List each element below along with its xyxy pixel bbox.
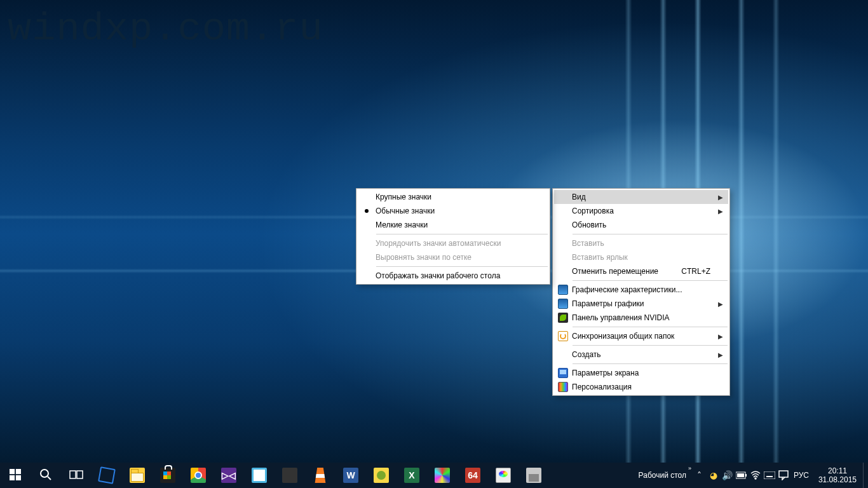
search-button[interactable] bbox=[31, 463, 61, 488]
system-tray: ˄ ◕ 🔊 РУС 20:11 31.08.2015 bbox=[693, 463, 868, 488]
submenu-medium-icons[interactable]: Обычные значки bbox=[358, 204, 548, 218]
menu-nvidia-panel[interactable]: Панель управления NVIDIA bbox=[554, 311, 728, 325]
menu-new[interactable]: Создать ▶ bbox=[554, 348, 728, 362]
separator bbox=[376, 266, 548, 267]
language-label: РУС bbox=[794, 471, 809, 480]
svg-rect-1 bbox=[16, 469, 21, 474]
tray-battery[interactable] bbox=[735, 463, 749, 488]
device-icon bbox=[526, 468, 541, 483]
menu-display-settings-label: Параметры экрана bbox=[572, 369, 714, 377]
menu-undo-move-label: Отменить перемещение bbox=[572, 267, 681, 276]
keyboard-icon bbox=[764, 471, 775, 479]
menu-paste-shortcut: Вставить ярлык bbox=[554, 250, 728, 264]
svg-rect-9 bbox=[745, 474, 747, 477]
submenu-auto-arrange[interactable]: Упорядочить значки автоматически bbox=[358, 236, 548, 250]
tray-volume[interactable]: 🔊 bbox=[721, 463, 735, 488]
menu-sync-shared[interactable]: Синхронизация общих папок ▶ bbox=[554, 329, 728, 343]
taskbar-app-explorer[interactable] bbox=[122, 463, 153, 488]
svg-rect-7 bbox=[77, 471, 83, 478]
separator bbox=[573, 234, 728, 234]
desktop-toolbar-label: Рабочий стол bbox=[639, 471, 686, 480]
taskbar-app-visual-studio[interactable]: ▷◁ bbox=[214, 463, 244, 488]
tray-language[interactable]: РУС bbox=[790, 463, 812, 488]
watermark-text: windxp.com.ru bbox=[8, 6, 323, 51]
qip-icon bbox=[374, 468, 389, 483]
view-submenu: Крупные значки Обычные значки Мелкие зна… bbox=[356, 188, 550, 285]
svg-point-11 bbox=[755, 478, 756, 479]
menu-gfx-params[interactable]: Параметры графики ▶ bbox=[554, 297, 728, 311]
task-view-button[interactable] bbox=[61, 463, 92, 488]
word-icon: W bbox=[343, 468, 358, 483]
svg-rect-18 bbox=[779, 471, 788, 477]
chrome-icon bbox=[191, 468, 206, 483]
submenu-medium-icons-label: Обычные значки bbox=[376, 207, 543, 215]
taskbar-app-excel[interactable]: X bbox=[397, 463, 427, 488]
separator bbox=[573, 363, 728, 364]
menu-refresh[interactable]: Обновить bbox=[554, 218, 728, 232]
menu-paste: Вставить bbox=[554, 236, 728, 250]
taskbar-app-vlc[interactable] bbox=[305, 463, 336, 488]
nvidia-icon bbox=[558, 313, 568, 323]
volume-icon: 🔊 bbox=[722, 470, 733, 480]
submenu-small-icons-label: Мелкие значки bbox=[376, 220, 543, 229]
submenu-align-grid-label: Выровнять значки по сетке bbox=[376, 253, 543, 262]
tray-clock[interactable]: 20:11 31.08.2015 bbox=[812, 463, 863, 488]
taskbar: ▷◁ W X 64 Рабочий стол » ˄ ◕ 🔊 РУС 20:11 bbox=[0, 463, 868, 488]
menu-undo-move-shortcut: CTRL+Z bbox=[681, 267, 714, 276]
tray-wifi[interactable] bbox=[749, 463, 763, 488]
taskbar-app-notepad[interactable] bbox=[244, 463, 275, 488]
taskbar-app-aida64[interactable]: 64 bbox=[458, 463, 488, 488]
submenu-align-grid[interactable]: Выровнять значки по сетке bbox=[358, 250, 548, 264]
chevron-right-icon: ▶ bbox=[714, 194, 723, 201]
svg-rect-3 bbox=[16, 475, 21, 480]
menu-gfx-properties-label: Графические характеристики... bbox=[572, 285, 714, 294]
submenu-show-desktop-icons[interactable]: Отображать значки рабочего стола bbox=[358, 269, 548, 283]
submenu-show-desktop-icons-label: Отображать значки рабочего стола bbox=[376, 271, 543, 280]
menu-undo-move[interactable]: Отменить перемещение CTRL+Z bbox=[554, 264, 728, 278]
separator bbox=[573, 327, 728, 327]
tray-overflow[interactable]: ˄ bbox=[693, 463, 707, 488]
battery-icon bbox=[736, 471, 747, 479]
taskbar-app-edge[interactable] bbox=[92, 463, 122, 488]
taskbar-app-qip[interactable] bbox=[366, 463, 397, 488]
start-button[interactable] bbox=[0, 463, 31, 488]
clock-time: 20:11 bbox=[828, 466, 847, 475]
taskbar-app-word[interactable]: W bbox=[336, 463, 366, 488]
svg-line-5 bbox=[48, 477, 51, 480]
paintnet-icon bbox=[435, 468, 450, 483]
chevron-right-icon: ▶ bbox=[714, 333, 723, 340]
menu-view[interactable]: Вид ▶ bbox=[554, 190, 728, 204]
taskbar-app-store[interactable] bbox=[153, 463, 183, 488]
menu-sort[interactable]: Сортировка ▶ bbox=[554, 204, 728, 218]
show-desktop-button[interactable] bbox=[863, 463, 867, 488]
taskbar-app-device[interactable] bbox=[519, 463, 549, 488]
tray-app-1[interactable]: ◕ bbox=[707, 463, 721, 488]
tray-yellow-icon: ◕ bbox=[710, 470, 717, 480]
action-center-icon bbox=[778, 470, 789, 480]
svg-rect-6 bbox=[70, 471, 76, 478]
submenu-small-icons[interactable]: Мелкие значки bbox=[358, 218, 548, 232]
display-icon bbox=[558, 368, 568, 378]
chevron-up-icon: ˄ bbox=[697, 470, 702, 480]
menu-sync-shared-label: Синхронизация общих папок bbox=[572, 332, 714, 341]
menu-refresh-label: Обновить bbox=[572, 220, 714, 229]
task-view-icon bbox=[69, 469, 83, 482]
tray-action-center[interactable] bbox=[776, 463, 790, 488]
desktop-toolbar[interactable]: Рабочий стол » bbox=[632, 463, 693, 488]
tray-keyboard[interactable] bbox=[763, 463, 776, 488]
submenu-large-icons[interactable]: Крупные значки bbox=[358, 190, 548, 204]
svg-rect-2 bbox=[10, 475, 15, 480]
menu-nvidia-panel-label: Панель управления NVIDIA bbox=[572, 313, 714, 322]
menu-gfx-properties[interactable]: Графические характеристики... bbox=[554, 283, 728, 297]
taskbar-app-paintnet[interactable] bbox=[427, 463, 458, 488]
vlc-icon bbox=[313, 468, 328, 483]
taskbar-app-calculator[interactable] bbox=[275, 463, 305, 488]
taskbar-app-paint[interactable] bbox=[488, 463, 519, 488]
menu-display-settings[interactable]: Параметры экрана bbox=[554, 366, 728, 380]
clock-date: 31.08.2015 bbox=[818, 475, 857, 484]
separator bbox=[376, 234, 548, 234]
taskbar-app-chrome[interactable] bbox=[183, 463, 214, 488]
menu-personalize[interactable]: Персонализация bbox=[554, 380, 728, 394]
menu-new-label: Создать bbox=[572, 350, 714, 359]
calculator-icon bbox=[282, 468, 297, 483]
